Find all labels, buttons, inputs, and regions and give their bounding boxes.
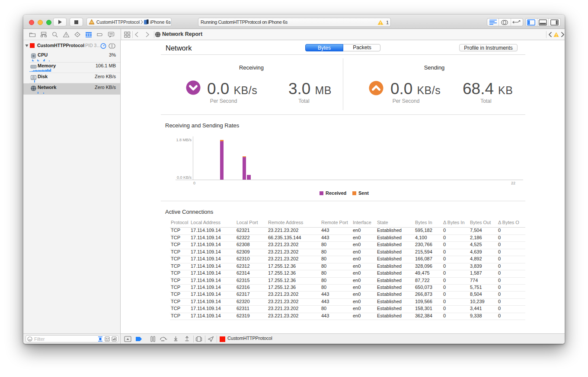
svg-text:iPhone 6s: iPhone 6s — [150, 19, 171, 25]
svg-text:CustomHTTPProtocol: CustomHTTPProtocol — [96, 19, 140, 25]
